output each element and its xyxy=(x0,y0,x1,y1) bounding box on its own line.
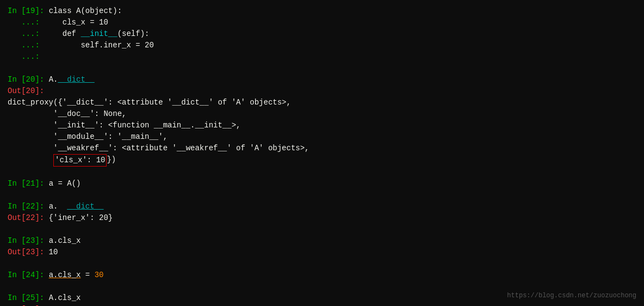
line-22-out: Out[22]: {'iner_x': 20} xyxy=(8,212,636,224)
blank-2 xyxy=(8,167,636,178)
code-20-dict: __dict__ xyxy=(58,74,94,85)
code-19-1: cls_x = 10 xyxy=(40,17,108,28)
prompt-in-22: In [ xyxy=(8,201,26,212)
prompt-out-25: Out[25]: xyxy=(8,304,44,306)
line-19-cont1: ...: cls_x = 10 xyxy=(8,17,636,28)
prompt-in-19: In [ xyxy=(8,5,26,17)
terminal-window: In [19]: class A(object): ...: cls_x = 1… xyxy=(0,0,644,306)
line-20-result3: '__init__': <function __main__.__init__>… xyxy=(8,120,636,131)
prompt-in-22-num: 22 xyxy=(26,201,35,212)
line-20-out: Out[20]: xyxy=(8,85,636,97)
result-20-6-pre xyxy=(8,154,53,167)
line-21-in: In [21]: a = A() xyxy=(8,178,636,189)
line-22-in: In [22]: a. __dict__ xyxy=(8,201,636,212)
prompt-out-20: Out[20]: xyxy=(8,85,44,97)
code-19-init: __init__ xyxy=(81,28,117,40)
prompt-in-24-bracket: ]: xyxy=(35,270,44,281)
prompt-in-23-num: 23 xyxy=(26,235,35,247)
prompt-in-23-bracket: ]: xyxy=(35,235,44,247)
blank-5 xyxy=(8,258,636,270)
result-20-6-clsx: 'cls_x': 10 xyxy=(53,154,107,167)
line-19-in: In [19]: class A(object): xyxy=(8,5,636,17)
prompt-cont3: ...: xyxy=(8,40,40,51)
prompt-in-24: In [ xyxy=(8,270,26,281)
code-23: a.cls_x xyxy=(44,235,81,247)
prompt-cont: ...: xyxy=(8,17,40,28)
code-21: a = A() xyxy=(44,178,81,189)
line-20-result6: 'cls_x': 10}) xyxy=(8,154,636,167)
line-20-result1: dict_proxy({'__dict__': <attribute '__di… xyxy=(8,97,636,108)
code-25: A.cls_x xyxy=(44,292,81,304)
prompt-out-22: Out[22]: xyxy=(8,212,44,224)
prompt-in-19-bracket: ]: xyxy=(35,5,44,17)
code-24-eq: = xyxy=(81,270,94,281)
prompt-out-23: Out[23]: xyxy=(8,247,44,258)
watermark: https://blog.csdn.net/zuozuochong xyxy=(507,291,636,301)
code-24-aclsx: a.cls_x xyxy=(49,270,81,281)
line-20-in: In [20]: A.__dict__ xyxy=(8,74,636,85)
code-24 xyxy=(44,270,48,281)
code-22: a. xyxy=(44,201,67,212)
prompt-in-20-bracket: ]: xyxy=(35,74,44,85)
result-20-5: '__weakref__': <attribute '__weakref__' … xyxy=(8,143,309,154)
result-22: {'iner_x': 20} xyxy=(44,212,113,224)
prompt-in-23: In [ xyxy=(8,235,26,247)
line-20-result5: '__weakref__': <attribute '__weakref__' … xyxy=(8,143,636,154)
prompt-in-22-bracket: ]: xyxy=(35,201,44,212)
line-23-in: In [23]: a.cls_x xyxy=(8,235,636,247)
line-19-cont3: ...: self.iner_x = 20 xyxy=(8,40,636,51)
prompt-in-21: In [ xyxy=(8,178,26,189)
prompt-in-20-num: 20 xyxy=(26,74,35,85)
prompt-in-25-num: 25 xyxy=(26,292,35,304)
prompt-cont4: ...: xyxy=(8,51,40,63)
line-20-result2: '__doc__': None, xyxy=(8,108,636,120)
line-19-cont4: ...: xyxy=(8,51,636,63)
code-19-3: (self): xyxy=(117,28,150,40)
code-19: class A(object): xyxy=(44,5,122,17)
prompt-in-25: In [ xyxy=(8,292,26,304)
result-20-3: '__init__': <function __main__.__init__>… xyxy=(8,120,240,131)
result-20-2: '__doc__': None, xyxy=(8,108,126,120)
line-19-cont2: ...: def __init__(self): xyxy=(8,28,636,40)
result-20-4: '__module__': '__main__', xyxy=(8,131,168,143)
prompt-in-21-num: 21 xyxy=(26,178,35,189)
code-20: A. xyxy=(44,74,58,85)
line-25-out: Out[25]: 10 xyxy=(8,304,636,306)
line-24-in: In [24]: a.cls_x = 30 xyxy=(8,270,636,281)
code-19-2: def xyxy=(40,28,81,40)
code-19-4: self.iner_x = 20 xyxy=(40,40,154,51)
prompt-in-19-num: 19 xyxy=(26,5,35,17)
blank-1 xyxy=(8,63,636,74)
code-22-dict: __dict__ xyxy=(67,201,103,212)
result-25-val: 10 xyxy=(49,304,58,306)
result-25 xyxy=(44,304,48,306)
line-20-result4: '__module__': '__main__', xyxy=(8,131,636,143)
result-23: 10 xyxy=(44,247,58,258)
result-20-6-post: }) xyxy=(107,154,116,167)
blank-4 xyxy=(8,224,636,235)
result-20-1: dict_proxy({'__dict__': <attribute '__di… xyxy=(8,97,291,108)
blank-3 xyxy=(8,189,636,201)
prompt-cont2: ...: xyxy=(8,28,40,40)
prompt-in-20: In [ xyxy=(8,74,26,85)
prompt-in-21-bracket: ]: xyxy=(35,178,44,189)
prompt-in-24-num: 24 xyxy=(26,270,35,281)
line-23-out: Out[23]: 10 xyxy=(8,247,636,258)
prompt-in-25-bracket: ]: xyxy=(35,292,44,304)
code-24-val: 30 xyxy=(95,270,104,281)
